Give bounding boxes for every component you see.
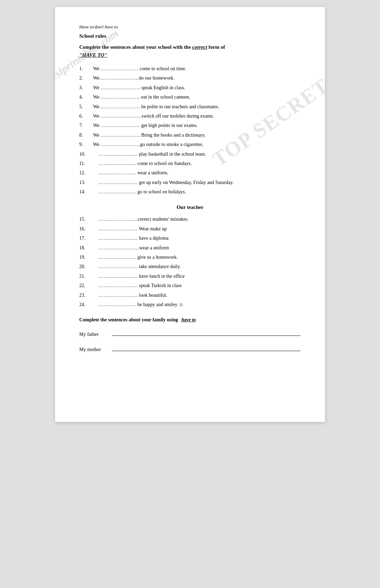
family-line-father: My father . xyxy=(79,330,301,337)
family-section: Complete the sentences about your family… xyxy=(79,317,301,352)
instruction-have-to: "HAVE TO" xyxy=(79,52,107,58)
sentence-text: …………………. come to school on Sundays. xyxy=(98,160,192,167)
sentence-num: 20. xyxy=(79,263,98,270)
sentence-item: 16. ………………….. Wear make up xyxy=(79,225,301,233)
sentence-text: We …………………. come to school on time. xyxy=(93,65,186,73)
sentence-item: 4. We ………………….. eat in the school cantee… xyxy=(79,93,301,101)
family-period-mother: . xyxy=(300,347,301,352)
sentence-num: 10. xyxy=(79,150,98,158)
family-line-mother: My mother . xyxy=(79,345,301,352)
sentence-num: 17. xyxy=(79,235,98,242)
sentence-text: …………………. go to school on holidays. xyxy=(98,188,186,196)
sentence-text: ………………….. get up early on Wednesday, Fri… xyxy=(98,179,234,186)
sentence-item: 22. ………………….. speak Turkish in class xyxy=(79,282,301,290)
sentence-num: 6. xyxy=(79,112,93,120)
sentence-item: 18. …………………...wear a uniform xyxy=(79,244,301,252)
sentence-item: 3. We ………………….. speak English in class. xyxy=(79,84,301,92)
sentence-item: 8. We ………………….. Bring the books and a di… xyxy=(79,131,301,139)
sentence-item: 17. ………………….. have a diploma xyxy=(79,235,301,242)
sentences-teacher-list: 15. …………………..correct students' mistakes.… xyxy=(79,215,301,309)
family-have-to-link: have to xyxy=(181,317,196,323)
sentence-num: 2. xyxy=(79,74,93,82)
sentence-num: 23. xyxy=(79,292,98,299)
sentence-num: 16. xyxy=(79,225,98,233)
sentence-text: ………………….. play basketball in the school … xyxy=(98,150,206,158)
sentence-item: 5. We ………………….. be polite to our teacher… xyxy=(79,103,301,111)
sentence-item: 24. …………………. be happy and smiley ☺ xyxy=(79,301,301,309)
sentence-item: 14. …………………. go to school on holidays. xyxy=(79,188,301,196)
sentence-text: ………………….. take attendance daily. xyxy=(98,263,181,270)
family-label-father: My father xyxy=(79,332,110,337)
sentence-num: 3. xyxy=(79,84,93,92)
sentence-num: 22. xyxy=(79,282,98,290)
sentence-text: …………………..correct students' mistakes. xyxy=(98,215,189,223)
subtitle: Have to/don't have to xyxy=(79,24,301,30)
sentences-we-list: 1. We …………………. come to school on time. 2… xyxy=(79,65,301,196)
sentence-item: 23. ………………….. look beautiful. xyxy=(79,292,301,299)
sentence-item: 2. We…………………..do our homework. xyxy=(79,74,301,82)
sentence-num: 19. xyxy=(79,254,98,261)
family-period-father: . xyxy=(300,332,301,337)
sentence-text: We …………………..go outside to smoke a cigare… xyxy=(93,141,203,148)
family-instruction-text: Complete the sentences about your family… xyxy=(79,317,178,323)
sentence-text: ………………….. Wear make up xyxy=(98,225,167,233)
family-underline-mother xyxy=(112,345,300,351)
sentence-num: 15. xyxy=(79,215,98,223)
sentence-text: …………………. wear a uniform. xyxy=(98,169,168,177)
sentence-text: …………………. be happy and smiley ☺ xyxy=(98,301,183,309)
sentence-item: 6. We …………………...switch off our mobiles d… xyxy=(79,112,301,120)
sentence-num: 14. xyxy=(79,188,98,196)
sentence-num: 4. xyxy=(79,93,93,101)
instruction: Complete the sentences about your school… xyxy=(79,43,301,59)
sentence-num: 5. xyxy=(79,103,93,111)
sentence-num: 13. xyxy=(79,179,98,186)
sentence-item: 12. …………………. wear a uniform. xyxy=(79,169,301,177)
worksheet-page: eslprintables.com TOP SECRET Have to/don… xyxy=(55,7,325,422)
sentence-item: 20. ………………….. take attendance daily. xyxy=(79,263,301,270)
sentence-num: 7. xyxy=(79,122,93,129)
sentence-text: …………………...wear a uniform xyxy=(98,244,169,252)
sentence-item: 10. ………………….. play basketball in the sch… xyxy=(79,150,301,158)
sentence-text: …………………. give us a homework. xyxy=(98,254,178,261)
sentence-item: 7. We ………………….. get high points in our e… xyxy=(79,122,301,129)
sentence-num: 8. xyxy=(79,131,93,139)
sentence-text: ………………….. have a diploma xyxy=(98,235,169,242)
instruction-part2: form of xyxy=(207,44,225,50)
instruction-part1: Complete the sentences about your school… xyxy=(79,44,192,50)
sentence-item: 1. We …………………. come to school on time. xyxy=(79,65,301,73)
sentence-text: We…………………..do our homework. xyxy=(93,74,174,82)
instruction-correct: correct xyxy=(192,44,207,50)
family-underline-father xyxy=(112,330,300,336)
family-label-mother: My mother xyxy=(79,347,110,352)
sentence-text: ………………….. speak Turkish in class xyxy=(98,282,182,290)
sentence-item: 19. …………………. give us a homework. xyxy=(79,254,301,261)
sentence-text: We ………………….. eat in the school canteen. xyxy=(93,93,190,101)
sentence-num: 1. xyxy=(79,65,93,73)
sentence-text: We ………………….. speak English in class. xyxy=(93,84,185,92)
sentence-item: 13. ………………….. get up early on Wednesday,… xyxy=(79,179,301,186)
sentence-text: We ………………….. be polite to our teachers a… xyxy=(93,103,219,111)
sentence-item: 21. ………………….. have lunch in the office xyxy=(79,273,301,280)
sentence-text: We …………………...switch off our mobiles duri… xyxy=(93,112,214,120)
smiley-icon: ☺ xyxy=(179,302,183,307)
sentence-text: We ………………….. get high points in our exam… xyxy=(93,122,198,129)
sentence-item: 11. …………………. come to school on Sundays. xyxy=(79,160,301,167)
sentence-num: 18. xyxy=(79,244,98,252)
sentence-num: 9. xyxy=(79,141,93,148)
sentence-text: We ………………….. Bring the books and a dicti… xyxy=(93,131,206,139)
family-instruction: Complete the sentences about your family… xyxy=(79,317,301,323)
sentence-text: ………………….. look beautiful. xyxy=(98,292,167,299)
sentence-item: 9. We …………………..go outside to smoke a cig… xyxy=(79,141,301,148)
our-teacher-title: Our teacher xyxy=(79,204,301,210)
sentence-num: 21. xyxy=(79,273,98,280)
sentence-num: 12. xyxy=(79,169,98,177)
section-title: School rules xyxy=(79,33,301,39)
sentence-num: 24. xyxy=(79,301,98,309)
sentence-text: ………………….. have lunch in the office xyxy=(98,273,184,280)
sentence-item: 15. …………………..correct students' mistakes. xyxy=(79,215,301,223)
sentence-num: 11. xyxy=(79,160,98,167)
